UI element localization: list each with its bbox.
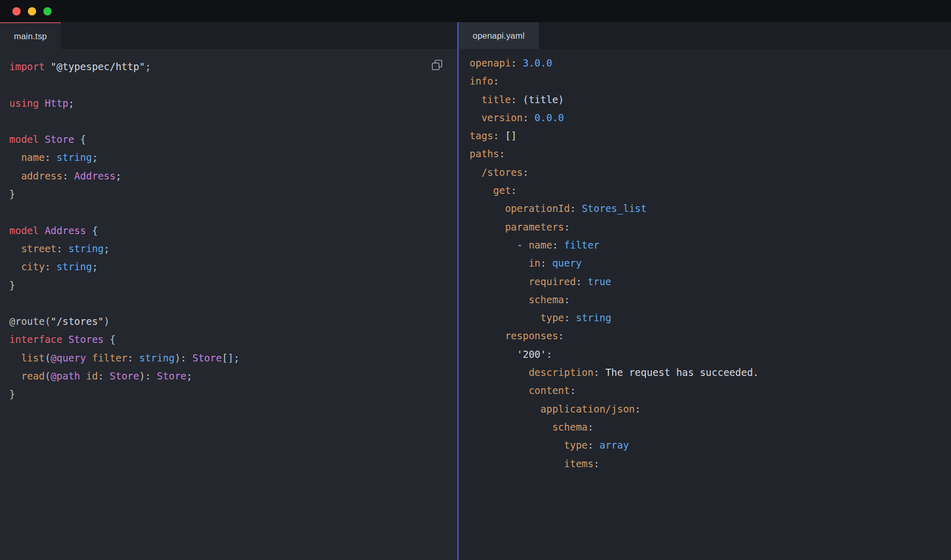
code-line: items:	[470, 455, 951, 473]
code-line: }	[9, 185, 457, 203]
code-line: @route("/stores")	[9, 312, 457, 331]
openapi-code-view[interactable]: openapi: 3.0.0info: title: (title) versi…	[459, 49, 951, 560]
code-line	[9, 112, 457, 130]
openapi-code: openapi: 3.0.0info: title: (title) versi…	[470, 54, 951, 473]
code-line: read(@path id: Store): Store;	[9, 367, 457, 385]
code-line: type: array	[470, 436, 951, 454]
code-line: interface Stores {	[9, 331, 457, 349]
copy-icon	[430, 58, 444, 72]
code-line: required: true	[470, 273, 951, 291]
code-line: name: string;	[9, 149, 457, 167]
app-window: main.tsp import "@typespec/http"; using …	[0, 0, 951, 560]
minimize-button[interactable]	[28, 7, 36, 15]
split-view: main.tsp import "@typespec/http"; using …	[0, 22, 951, 560]
zoom-button[interactable]	[43, 7, 52, 15]
code-line: info:	[470, 72, 951, 90]
tab-main-tsp-label: main.tsp	[14, 31, 47, 41]
code-line: content:	[470, 382, 951, 400]
code-line: title: (title)	[470, 91, 951, 109]
code-line: openapi: 3.0.0	[470, 54, 951, 72]
code-line: street: string;	[9, 240, 457, 258]
code-line: model Store {	[9, 130, 457, 149]
typespec-code-editor[interactable]: import "@typespec/http"; using Http; mod…	[0, 49, 457, 560]
code-line: address: Address;	[9, 167, 457, 185]
code-line: description: The request has succeeded.	[470, 364, 951, 382]
code-line: application/json:	[470, 400, 951, 418]
code-line: }	[9, 276, 457, 294]
code-line: }	[9, 385, 457, 403]
code-line: in: query	[470, 254, 951, 272]
code-line	[9, 203, 457, 221]
code-line: schema:	[470, 291, 951, 309]
code-line: type: string	[470, 309, 951, 327]
code-line: tags: []	[470, 127, 951, 145]
code-line: model Address {	[9, 222, 457, 240]
right-tab-bar: openapi.yaml	[459, 22, 951, 49]
code-line: operationId: Stores_list	[470, 200, 951, 218]
code-line: using Http;	[9, 94, 457, 112]
code-line: parameters:	[470, 218, 951, 236]
copy-button[interactable]	[430, 58, 444, 72]
close-button[interactable]	[12, 7, 21, 15]
tab-openapi-yaml[interactable]: openapi.yaml	[459, 22, 539, 49]
left-tab-bar: main.tsp	[0, 22, 457, 49]
code-line: responses:	[470, 327, 951, 345]
code-line: city: string;	[9, 258, 457, 276]
code-line: version: 0.0.0	[470, 109, 951, 127]
code-line	[9, 76, 457, 94]
code-line: list(@query filter: string): Store[];	[9, 349, 457, 367]
openapi-output-pane: openapi.yaml openapi: 3.0.0info: title: …	[459, 22, 951, 560]
code-line: get:	[470, 182, 951, 200]
code-line: import "@typespec/http";	[9, 58, 457, 76]
code-line	[9, 294, 457, 312]
code-line: schema:	[470, 418, 951, 436]
typespec-code: import "@typespec/http"; using Http; mod…	[9, 58, 457, 404]
code-line: /stores:	[470, 163, 951, 182]
code-line: paths:	[470, 145, 951, 163]
code-line: - name: filter	[470, 236, 951, 254]
tab-main-tsp[interactable]: main.tsp	[0, 22, 61, 49]
typespec-editor-pane: main.tsp import "@typespec/http"; using …	[0, 22, 457, 560]
tab-openapi-yaml-label: openapi.yaml	[473, 31, 525, 41]
title-bar	[0, 0, 951, 22]
code-line: '200':	[470, 345, 951, 364]
